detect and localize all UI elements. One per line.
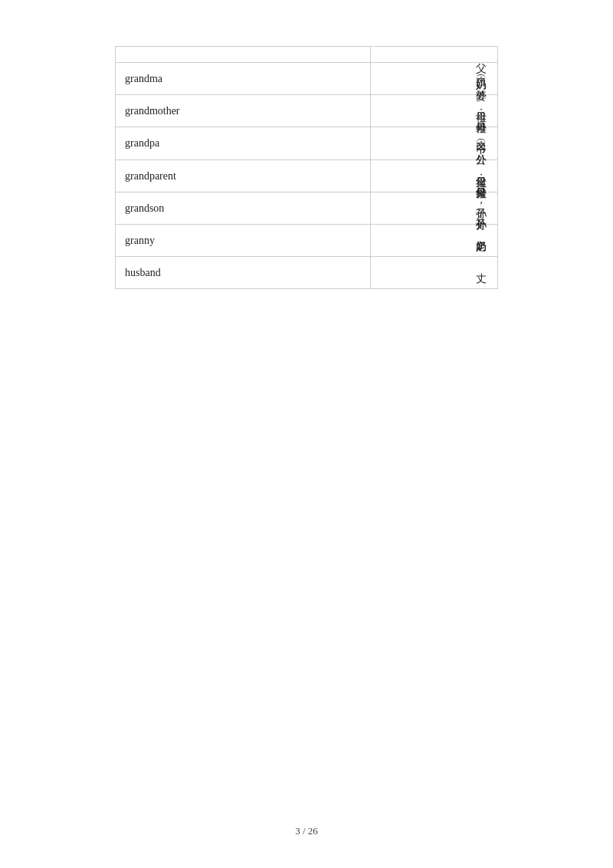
page-number: 3 / 26: [295, 825, 318, 837]
english-cell: [116, 47, 371, 63]
english-cell: grandson: [116, 192, 371, 224]
english-cell: grandma: [116, 63, 371, 95]
chinese-cell: 祖母；外祖母: [370, 95, 497, 127]
english-cell: grandparent: [116, 159, 371, 192]
table-row: 父: [116, 47, 498, 63]
table-row: grandma（口）奶奶；外婆: [116, 63, 498, 95]
chinese-cell: 孙子，外孙子: [370, 192, 497, 224]
chinese-cell: 父: [370, 47, 497, 63]
english-cell: husband: [116, 257, 371, 289]
table-row: husband丈: [116, 257, 498, 289]
page-content: 父grandma（口）奶奶；外婆grandmother祖母；外祖母grandpa…: [0, 0, 613, 350]
table-row: grandmother祖母；外祖母: [116, 95, 498, 127]
chinese-cell: 老奶奶: [370, 224, 497, 256]
table-row: grandparent祖父母；外祖父母: [116, 159, 498, 192]
chinese-cell: 祖父母；外祖父母: [370, 159, 497, 192]
chinese-cell: 丈: [370, 257, 497, 289]
table-row: granny老奶奶: [116, 224, 498, 256]
table-row: grandpa（口）爷爷；外公: [116, 127, 498, 159]
table-row: grandson孙子，外孙子: [116, 192, 498, 224]
english-cell: granny: [116, 224, 371, 256]
english-cell: grandmother: [116, 95, 371, 127]
vocabulary-table: 父grandma（口）奶奶；外婆grandmother祖母；外祖母grandpa…: [115, 46, 498, 289]
chinese-cell: （口）爷爷；外公: [370, 127, 497, 159]
chinese-cell: （口）奶奶；外婆: [370, 63, 497, 95]
english-cell: grandpa: [116, 127, 371, 159]
